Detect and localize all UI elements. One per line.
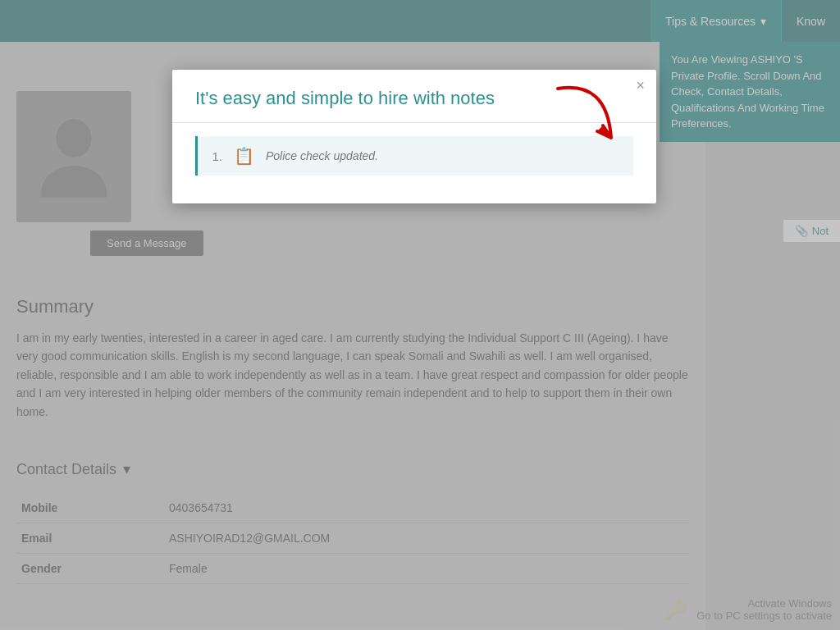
modal-close-button[interactable]: × <box>636 78 645 93</box>
note-text: Police check updated. <box>266 149 378 162</box>
clipboard-icon: 📋 <box>234 146 254 166</box>
modal-dialog: It's easy and simple to hire with notes … <box>172 70 656 203</box>
note-number: 1. <box>206 149 222 163</box>
modal-body: 1. 📋 Police check updated. <box>172 123 656 203</box>
modal-title: It's easy and simple to hire with notes <box>195 88 495 109</box>
modal-header: It's easy and simple to hire with notes … <box>172 70 656 123</box>
note-item: 1. 📋 Police check updated. <box>195 136 633 176</box>
